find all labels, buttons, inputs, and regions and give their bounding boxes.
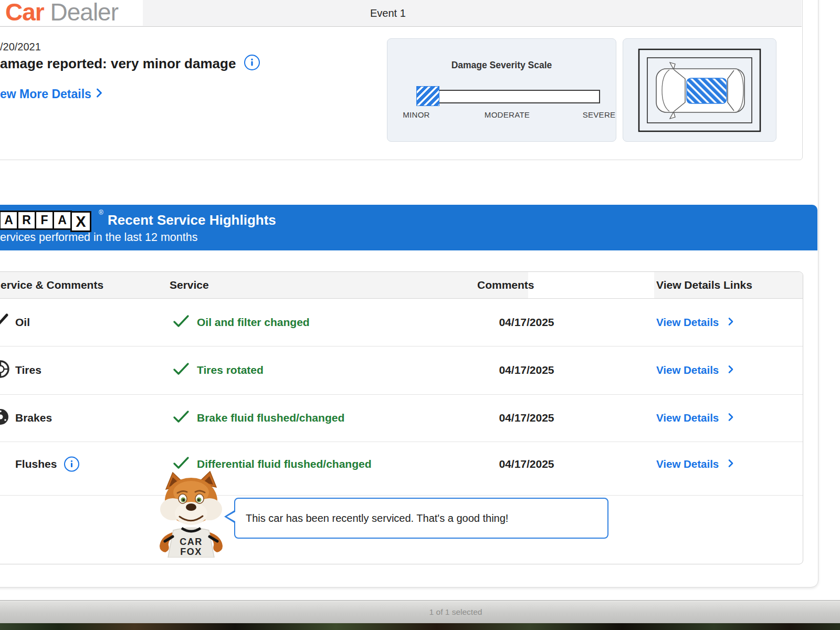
row-divider <box>0 495 803 496</box>
col-header-service-comments: ervice & Comments <box>1 272 103 298</box>
check-icon <box>173 362 190 379</box>
severity-scale-track <box>416 90 600 103</box>
service-date: 04/17/2025 <box>474 458 579 470</box>
damage-severity-card: Damage Severity Scale MINOR MODERATE SEV… <box>387 38 616 142</box>
damage-zone-roof <box>687 78 727 103</box>
car-fox-mascot: CAR FOX <box>155 470 227 560</box>
speech-bubble: This car has been recently serviced. Tha… <box>234 498 608 539</box>
service-performed: Differential fluid flushed/changed <box>197 458 372 470</box>
table-row: Oil Oil and filter changed 04/17/2025 Vi… <box>0 298 803 346</box>
category-label: Oil <box>15 316 30 329</box>
event-column-title: Event 1 <box>370 0 406 26</box>
view-details-label: View Details <box>656 316 719 329</box>
view-details-label: View Details <box>656 412 719 424</box>
category-label: Flushes <box>15 456 79 471</box>
tire-icon <box>0 359 10 381</box>
carfax-logo-letter: F <box>35 211 54 230</box>
view-more-details-link[interactable]: ew More Details <box>0 87 102 101</box>
fox-shirt-text-car: CAR <box>180 537 203 547</box>
carfax-logo-letter: A <box>0 211 18 230</box>
info-icon[interactable] <box>64 456 79 471</box>
dealer-logo-car: Car <box>5 0 44 26</box>
service-date: 04/17/2025 <box>474 316 579 329</box>
banner-subtitle: ervices performed in the last 12 months <box>0 231 197 244</box>
event-headline: amage reported: very minor damage <box>0 55 260 72</box>
info-icon[interactable] <box>244 55 260 70</box>
chevron-right-icon <box>96 87 102 101</box>
dealer-logo: Car Dealer <box>5 0 118 26</box>
view-details-link[interactable]: View Details <box>656 458 733 470</box>
service-performed: Brake fluid flushed/changed <box>197 412 344 424</box>
severity-scale-fill-minor <box>416 86 439 106</box>
service-performed: Tires rotated <box>197 364 264 376</box>
col-header-view-details-links: View Details Links <box>656 272 752 298</box>
col-header-service: Service <box>170 272 209 298</box>
service-date: 04/17/2025 <box>474 364 579 376</box>
view-details-label: View Details <box>656 364 719 376</box>
category-label-text: Flushes <box>15 458 57 470</box>
speech-bubble-tail-fill <box>227 512 235 521</box>
carfax-logo-letter-x: X <box>70 211 91 232</box>
selection-status-text: 1 of 1 selected <box>429 601 482 623</box>
view-details-link[interactable]: View Details <box>656 364 733 376</box>
event-date: /20/2021 <box>0 41 41 53</box>
carfax-logo-letter: R <box>17 211 36 230</box>
speech-bubble-text: This car has been recently serviced. Tha… <box>235 512 508 524</box>
view-details-label: View Details <box>656 458 719 470</box>
table-row: Flushes Differential fluid flushed/chang… <box>0 442 803 495</box>
background-photo-strip <box>0 623 840 630</box>
selection-status-bar: 1 of 1 selected <box>0 600 840 624</box>
table-row: Tires Tires rotated 04/17/2025 View Deta… <box>0 346 803 394</box>
service-date: 04/17/2025 <box>474 412 579 424</box>
brake-icon <box>0 407 10 429</box>
category-label: Tires <box>15 364 41 376</box>
carfax-logo-letter: A <box>52 211 72 230</box>
category-label: Brakes <box>15 412 52 424</box>
registered-mark: ® <box>99 209 103 216</box>
severity-scale-title: Damage Severity Scale <box>387 60 616 71</box>
view-details-link[interactable]: View Details <box>656 316 733 329</box>
check-icon <box>173 314 190 331</box>
damage-location-card <box>623 38 776 142</box>
banner-title: Recent Service Highlights <box>108 212 276 228</box>
view-more-details-label: ew More Details <box>0 87 91 101</box>
chevron-right-icon <box>728 412 733 424</box>
carfax-logo: A R F A X <box>0 211 91 230</box>
oil-icon <box>0 313 9 331</box>
table-row: Brakes Brake fluid flushed/changed 04/17… <box>0 394 803 442</box>
dealer-logo-dealer: Dealer <box>50 0 119 26</box>
chevron-right-icon <box>728 364 733 376</box>
car-top-view-diagram <box>623 39 776 141</box>
chevron-right-icon <box>728 316 733 329</box>
fox-shirt-text-fox: FOX <box>180 547 202 557</box>
chevron-right-icon <box>728 458 733 470</box>
event-headline-text: amage reported: very minor damage <box>0 56 236 71</box>
col-header-comments: Comments <box>477 272 534 298</box>
check-icon <box>173 410 190 426</box>
view-details-link[interactable]: View Details <box>656 412 733 424</box>
service-performed: Oil and filter changed <box>197 316 310 329</box>
